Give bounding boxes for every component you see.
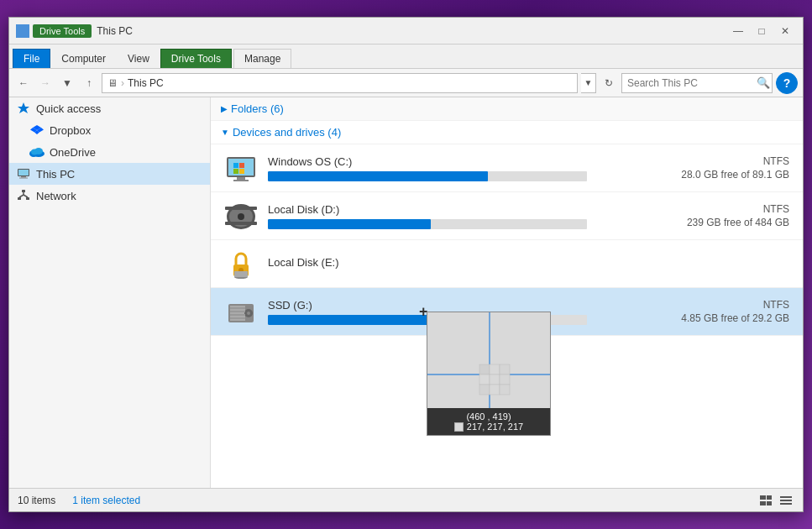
drive-c-icon [224,151,258,185]
svg-rect-39 [234,271,248,277]
search-input[interactable] [627,77,753,89]
devices-drives-section-header[interactable]: ▼ Devices and drives (4) [211,121,803,144]
svg-rect-28 [239,163,244,168]
sidebar-item-label: This PC [36,168,75,181]
network-icon [16,188,31,203]
tab-drive-tools[interactable]: Drive Tools [160,49,232,68]
drive-local-disk-d[interactable]: Local Disk (D:) NTFS 239 GB free of 484 … [211,192,803,240]
recent-locations-button[interactable]: ▼ [58,74,76,92]
minimize-button[interactable]: — [727,23,749,39]
drive-c-bar-fill [268,171,488,181]
close-button[interactable]: ✕ [774,23,796,39]
sidebar-item-label: Network [36,190,76,202]
sidebar-item-label: Dropbox [50,124,91,137]
drive-g-icon [224,295,258,328]
list-view-button[interactable] [757,492,774,509]
sidebar-item-onedrive[interactable]: OneDrive [9,141,210,163]
drive-d-icon [224,199,258,233]
sidebar-item-dropbox[interactable]: Dropbox [9,119,210,141]
up-button[interactable]: ↑ [80,74,98,92]
svg-rect-58 [500,385,510,395]
svg-rect-3 [24,32,29,38]
drive-windows-os[interactable]: Windows OS (C:) NTFS 28.0 GB free of 89.… [211,144,803,192]
preview-overlay: (460 , 419) 217, 217, 217 [427,312,551,436]
svg-rect-44 [230,307,245,309]
file-explorer-window: Drive Tools This PC — □ ✕ File Computer … [8,17,804,512]
sidebar: Quick access Dropbox [9,97,211,488]
help-button[interactable]: ? [776,72,798,94]
drive-tools-label: Drive Tools [33,24,92,38]
search-box[interactable]: 🔍 [621,73,773,93]
preview-color: 217, 217, 217 [432,422,545,432]
drive-c-info: Windows OS (C:) [268,155,662,181]
svg-rect-18 [18,197,21,200]
drive-c-bar-container [268,171,587,181]
address-dropdown[interactable]: ▼ [581,73,596,93]
devices-toggle-icon: ▼ [221,128,229,137]
drive-g-space: 4.85 GB free of 29.2 GB [672,312,789,324]
drive-d-meta: NTFS 239 GB free of 484 GB [672,203,789,228]
title-bar-controls: — □ ✕ [727,23,796,39]
tab-manage[interactable]: Manage [233,49,291,68]
tab-view[interactable]: View [117,49,160,68]
title-bar: Drive Tools This PC — □ ✕ [9,18,803,45]
ribbon: File Computer View Drive Tools Manage [9,45,803,69]
drive-local-disk-e[interactable]: Local Disk (E:) [211,240,803,288]
tab-file[interactable]: File [13,49,50,68]
drive-e-name: Local Disk (E:) [268,256,662,269]
svg-rect-59 [760,495,766,500]
forward-button[interactable]: → [36,74,55,92]
drive-d-bar-container [268,219,587,229]
drive-c-name: Windows OS (C:) [268,155,662,168]
svg-rect-34 [225,207,257,210]
drive-c-meta: NTFS 28.0 GB free of 89.1 GB [672,155,789,181]
window-title: This PC [97,25,133,37]
preview-color-label: 217, 217, 217 [467,422,523,432]
svg-rect-1 [24,25,29,31]
maximize-button[interactable]: □ [751,23,773,39]
drive-d-info: Local Disk (D:) [268,203,662,229]
svg-rect-30 [239,169,244,174]
back-button[interactable]: ← [14,74,33,92]
preview-info: (460 , 419) 217, 217, 217 [427,408,550,435]
svg-rect-46 [230,314,245,316]
color-swatch [454,422,464,432]
svg-rect-54 [490,374,500,385]
details-view-button[interactable] [778,492,794,509]
svg-line-21 [19,195,24,197]
svg-point-12 [31,149,38,155]
view-controls [757,492,794,509]
svg-rect-50 [479,364,490,374]
this-pc-icon [16,166,31,181]
tab-computer[interactable]: Computer [50,49,117,68]
svg-rect-26 [233,180,249,181]
drive-g-meta: NTFS 4.85 GB free of 29.2 GB [672,299,789,324]
svg-rect-15 [21,176,26,178]
svg-rect-65 [780,503,792,505]
sidebar-item-network[interactable]: Network [9,185,210,207]
refresh-button[interactable]: ↻ [600,74,618,92]
svg-rect-63 [780,496,792,498]
devices-section-label: Devices and drives (4) [233,126,341,139]
quick-access-icon [16,101,31,116]
search-icon: 🔍 [757,76,770,89]
svg-rect-60 [767,495,772,500]
address-bar: ← → ▼ ↑ 🖥 › This PC ▼ ↻ 🔍 ? [9,69,803,97]
svg-rect-16 [19,178,28,179]
sidebar-item-quick-access[interactable]: Quick access [9,97,210,119]
preview-coords: (460 , 419) [432,411,545,422]
onedrive-icon [29,144,45,160]
drive-d-name: Local Disk (D:) [268,203,662,216]
svg-rect-29 [233,169,238,174]
svg-rect-25 [237,177,245,180]
svg-rect-45 [230,311,245,312]
main-content: Quick access Dropbox [9,97,803,488]
svg-point-33 [238,213,244,220]
ribbon-tabs: File Computer View Drive Tools Manage [9,45,803,68]
address-path[interactable]: 🖥 › This PC [102,73,578,93]
folders-section-header[interactable]: ▶ Folders (6) [211,97,803,121]
selected-count: 1 item selected [72,495,140,506]
sidebar-item-this-pc[interactable]: This PC [9,163,210,185]
drive-e-info: Local Disk (E:) [268,256,662,272]
svg-marker-4 [18,102,29,113]
